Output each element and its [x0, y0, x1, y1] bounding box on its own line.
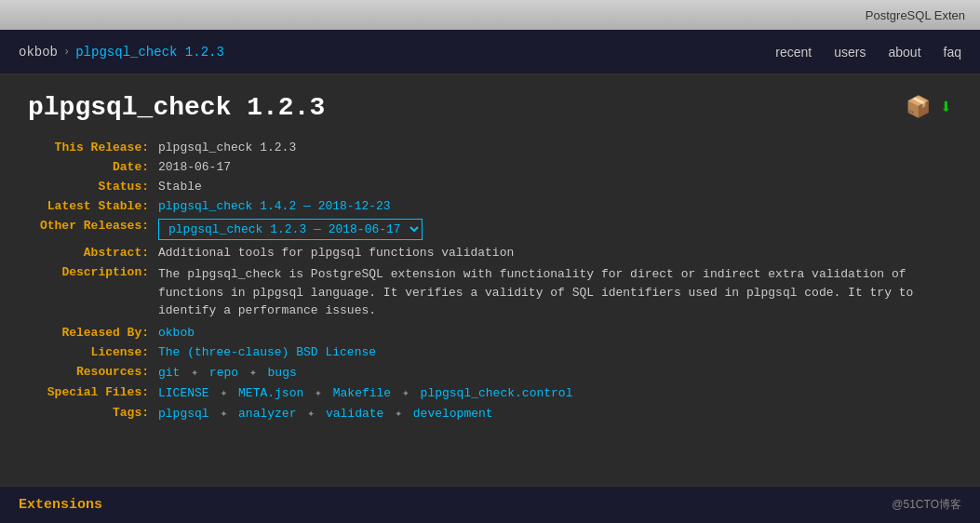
nav-links: recent users about faq [775, 45, 961, 60]
breadcrumb-home-link[interactable]: okbob [19, 45, 58, 60]
special-file-control[interactable]: plpgsql_check.control [421, 386, 573, 400]
resource-git[interactable]: git [158, 366, 180, 380]
tags-value: plpgsql ✦ analyzer ✦ validate ✦ developm… [158, 406, 952, 421]
page-title-row: plpgsql_check 1.2.3 📦 ⬇ [28, 93, 952, 122]
title-icons: 📦 ⬇ [906, 95, 952, 120]
sf-diamond-2: ✦ [315, 386, 322, 400]
this-release-label: This Release: [28, 141, 158, 154]
sf-diamond-1: ✦ [220, 386, 227, 400]
tag-diamond-3: ✦ [395, 407, 402, 421]
nav-users[interactable]: users [834, 45, 866, 60]
other-releases-value: plpgsql_check 1.2.3 — 2018-06-17 [158, 219, 952, 240]
other-releases-label: Other Releases: [28, 219, 158, 233]
date-row: Date: 2018-06-17 [28, 160, 952, 174]
abstract-label: Abstract: [28, 246, 158, 260]
tag-development[interactable]: development [413, 407, 493, 421]
description-label: Description: [28, 265, 158, 279]
special-file-meta[interactable]: META.json [238, 386, 303, 400]
tag-diamond-2: ✦ [307, 407, 315, 421]
latest-stable-row: Latest Stable: plpgsql_check 1.4.2 — 201… [28, 199, 952, 213]
this-release-row: This Release: plpgsql_check 1.2.3 [28, 141, 952, 154]
special-file-license[interactable]: LICENSE [158, 386, 209, 400]
resources-value: git ✦ repo ✦ bugs [158, 365, 952, 380]
tag-plpgsql[interactable]: plpgsql [158, 407, 209, 421]
nav-about[interactable]: about [888, 45, 920, 60]
resources-row: Resources: git ✦ repo ✦ bugs [28, 365, 952, 380]
tag-analyzer[interactable]: analyzer [238, 407, 296, 421]
other-releases-select[interactable]: plpgsql_check 1.2.3 — 2018-06-17 [158, 219, 423, 240]
released-by-label: Released By: [28, 326, 158, 340]
abstract-value: Additional tools for plpgsql functions v… [158, 246, 952, 260]
breadcrumb-separator: › [63, 46, 70, 59]
description-row: Description: The plpgsql_check is Postgr… [28, 265, 952, 320]
special-file-makefile[interactable]: Makefile [333, 386, 391, 400]
diamond-1: ✦ [191, 366, 198, 380]
package-icon[interactable]: 📦 [906, 95, 931, 120]
extensions-link[interactable]: Extensions [19, 497, 102, 513]
resource-repo[interactable]: repo [209, 366, 238, 380]
watermark: @51CTO博客 [892, 497, 961, 513]
special-files-row: Special Files: LICENSE ✦ META.json ✦ Mak… [28, 385, 952, 400]
nav-faq[interactable]: faq [944, 45, 961, 60]
this-release-value: plpgsql_check 1.2.3 [158, 141, 952, 154]
latest-stable-value: plpgsql_check 1.4.2 — 2018-12-23 [158, 199, 952, 213]
main-content: plpgsql_check 1.2.3 📦 ⬇ This Release: pl… [0, 74, 980, 445]
abstract-row: Abstract: Additional tools for plpgsql f… [28, 246, 952, 260]
browser-bar: PostgreSQL Exten [0, 0, 980, 30]
resources-label: Resources: [28, 365, 158, 379]
resource-bugs[interactable]: bugs [268, 366, 297, 380]
released-by-link[interactable]: okbob [158, 326, 195, 340]
date-label: Date: [28, 160, 158, 174]
released-by-value: okbob [158, 326, 952, 340]
status-row: Status: Stable [28, 180, 952, 194]
navbar: okbob › plpgsql_check 1.2.3 recent users… [0, 30, 980, 74]
sf-diamond-3: ✦ [402, 386, 409, 400]
browser-title: PostgreSQL Exten [866, 8, 965, 22]
footer: Extensions @51CTO博客 [0, 486, 980, 523]
nav-recent[interactable]: recent [775, 45, 812, 60]
latest-stable-link[interactable]: plpgsql_check 1.4.2 — 2018-12-23 [158, 199, 391, 213]
special-files-label: Special Files: [28, 385, 158, 399]
license-value: The (three-clause) BSD License [158, 345, 952, 359]
diamond-2: ✦ [249, 366, 257, 380]
license-label: License: [28, 345, 158, 359]
breadcrumb-current: plpgsql_check 1.2.3 [75, 45, 224, 60]
tag-validate[interactable]: validate [326, 407, 383, 421]
tag-diamond-1: ✦ [220, 407, 227, 421]
tags-label: Tags: [28, 406, 158, 420]
breadcrumb: okbob › plpgsql_check 1.2.3 [19, 45, 775, 60]
license-row: License: The (three-clause) BSD License [28, 345, 952, 359]
other-releases-row: Other Releases: plpgsql_check 1.2.3 — 20… [28, 219, 952, 240]
status-value: Stable [158, 180, 952, 194]
status-label: Status: [28, 180, 158, 194]
info-table: This Release: plpgsql_check 1.2.3 Date: … [28, 141, 952, 421]
tags-row: Tags: plpgsql ✦ analyzer ✦ validate ✦ de… [28, 406, 952, 421]
license-link[interactable]: The (three-clause) BSD License [158, 345, 376, 359]
date-value: 2018-06-17 [158, 160, 952, 174]
page-title: plpgsql_check 1.2.3 [28, 93, 325, 122]
download-icon[interactable]: ⬇ [940, 95, 952, 120]
latest-stable-label: Latest Stable: [28, 199, 158, 213]
released-by-row: Released By: okbob [28, 326, 952, 340]
special-files-value: LICENSE ✦ META.json ✦ Makefile ✦ plpgsql… [158, 385, 952, 400]
description-value: The plpgsql_check is PostgreSQL extensio… [158, 265, 952, 320]
